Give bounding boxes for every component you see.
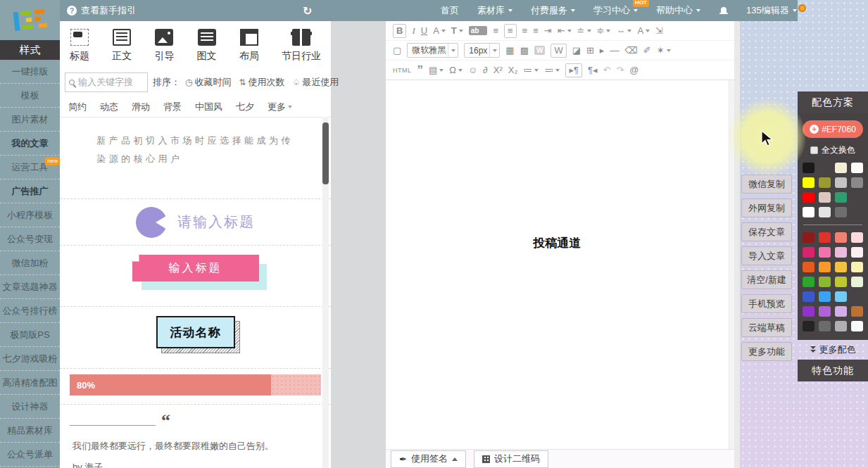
video-icon[interactable]: ▸ [600,45,605,56]
logo-135[interactable] [0,0,60,40]
category-title[interactable]: 标题 [70,29,89,63]
qrcode-tab[interactable]: 设计二维码 [474,450,548,468]
nav-help-center[interactable]: 帮助中心 [656,4,700,17]
color-swatch[interactable] [803,232,814,243]
superscript-icon[interactable]: X² [493,65,503,75]
fullscreen-icon[interactable]: ⇲ [655,25,663,36]
tag-filter[interactable]: 动态 [100,101,118,113]
underline-button[interactable]: U [421,25,427,36]
emoji-icon[interactable]: ☺ [468,65,477,75]
subscript-icon[interactable]: X₂ [508,65,518,75]
sidebar-item-image-assets[interactable]: 图片素材 [0,108,60,132]
color-swatch[interactable] [851,163,863,173]
category-body[interactable]: 正文 [112,29,132,63]
signature-tab[interactable]: ✒ 使用签名 [391,450,466,468]
style-template-spaced-text[interactable]: 新产品初切入市场时应选择能成为传染源的核心用户 [60,132,331,199]
highlight-button[interactable]: ab [469,26,488,35]
extranet-copy-button[interactable]: 外网复制 [741,198,792,217]
hr-icon[interactable]: — [610,45,619,56]
bell-icon[interactable] [719,6,728,15]
category-festival[interactable]: 节日行业 [282,29,321,63]
sidebar-item-templates[interactable]: 模板 [0,84,60,108]
font-family-select[interactable]: 微软雅黑 [407,43,458,58]
color-swatch[interactable] [835,232,847,243]
font-size-select[interactable]: 16px [464,43,500,58]
nav-material-lib[interactable]: 素材库 [477,4,512,17]
font-color-button[interactable]: A [433,25,446,36]
style-template-pacman-title[interactable]: 请输入标题 [60,199,331,246]
html-button[interactable]: HTML [393,67,412,74]
sidebar-item-style[interactable]: 样式 [0,40,60,60]
sidebar-item-one-click-layout[interactable]: 一键排版 [0,60,60,84]
color-swatch[interactable] [835,306,847,317]
sidebar-item-account-orders[interactable]: 公众号派单 [0,443,60,467]
clear-new-button[interactable]: 清空/新建 [741,270,792,289]
sort-favorite-time[interactable]: ◷ 收藏时间 [185,76,231,89]
new-document-icon[interactable]: ▢ [393,45,401,56]
category-lead[interactable]: 引导 [154,29,174,63]
font-scale-icon[interactable]: A [637,25,650,36]
color-swatch[interactable] [819,163,831,173]
color-swatch[interactable] [819,321,831,331]
magic-wand-icon[interactable]: ✶ [657,45,671,56]
color-swatch[interactable] [803,207,814,217]
sort-recent-use[interactable]: ♤ 最近使用 [293,76,339,89]
style-template-progress-bar[interactable]: 80% [60,374,331,405]
sidebar-item-operation-tools[interactable]: 运营工具 new [0,156,60,179]
color-swatch[interactable] [835,291,847,302]
style-template-quote[interactable]: “ 我们最终都要远行，最终都要跟稚嫩的自己告别。 by 海子 ” [60,416,331,468]
sidebar-item-ad-promotion[interactable]: 广告推广 [0,179,60,203]
color-swatch[interactable] [803,277,814,287]
at-search-icon[interactable]: @ [629,65,639,75]
outdent-icon[interactable]: ⇤ [558,25,572,36]
current-color-button[interactable]: + #EF7060 [803,120,863,138]
search-input[interactable]: 输入关键字搜 [65,72,148,92]
tag-filter[interactable]: 滑动 [132,101,150,113]
color-swatch[interactable] [851,177,863,188]
color-swatch[interactable] [835,277,847,287]
color-swatch[interactable] [819,232,831,243]
tag-filter[interactable]: 七夕 [236,101,254,113]
color-swatch[interactable] [819,177,831,188]
color-swatch[interactable] [835,177,847,188]
style-template-activity-name[interactable]: 活动名称 [60,316,331,369]
color-swatch[interactable] [803,163,814,173]
sidebar-item-account-monetize[interactable]: 公众号变现 [0,227,60,251]
color-swatch[interactable] [803,291,814,302]
color-swatch[interactable] [835,163,847,173]
refresh-icon[interactable]: ↻ [303,0,312,21]
letter-spacing-icon[interactable]: ⇔ [616,25,631,36]
sidebar-item-my-articles[interactable]: 我的文章 [0,132,60,156]
paste-icon[interactable]: ▤ [429,65,444,75]
unordered-list-icon[interactable]: ≕ [544,65,560,75]
ltr-icon[interactable]: ▸¶ [565,63,582,77]
align-left-icon[interactable]: ≡ [493,25,498,36]
text-style-button[interactable]: T [451,25,463,36]
color-swatch[interactable] [851,192,863,203]
sidebar-item-mini-ps[interactable]: 极简版PS [0,323,60,347]
table-icon[interactable]: ▦ [505,45,514,56]
nav-paid-services[interactable]: 付费服务 [531,4,575,17]
color-swatch[interactable] [803,321,814,331]
style-template-pink-title[interactable]: 输入标题 [60,255,331,307]
more-functions-button[interactable]: 更多功能 [741,342,792,361]
import-article-button[interactable]: 导入文章 [741,246,792,265]
color-swatch[interactable] [803,262,814,272]
word-import-icon[interactable]: W [551,44,566,58]
tag-filter[interactable]: 简约 [68,101,87,113]
align-right-icon[interactable]: ≡ [522,25,528,36]
sidebar-item-design-tool[interactable]: 设计神器 [0,395,60,419]
color-swatch[interactable] [851,321,863,331]
eraser-icon[interactable]: ⌫ [624,45,637,56]
ordered-list-icon[interactable]: ≔ [523,65,539,75]
nav-home[interactable]: 首页 [441,4,459,17]
color-swatch[interactable] [851,291,863,302]
sidebar-item-hd-images[interactable]: 高清精准配图 [0,371,60,395]
color-swatch[interactable] [835,321,847,331]
phone-preview-button[interactable]: 手机预览 [741,294,792,313]
rtl-icon[interactable]: ¶◂ [588,65,598,75]
color-swatch[interactable] [851,262,863,272]
blockquote-icon[interactable]: ” [417,63,424,77]
color-swatch[interactable] [819,262,831,272]
undo-icon[interactable]: ↶ [603,65,610,75]
